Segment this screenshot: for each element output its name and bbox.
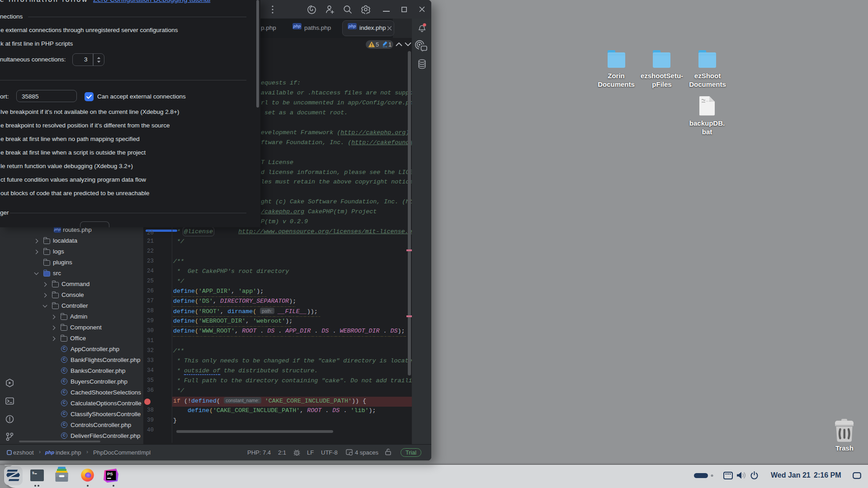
svg-text:PS: PS	[107, 471, 113, 476]
svg-text:$: $	[32, 471, 34, 475]
